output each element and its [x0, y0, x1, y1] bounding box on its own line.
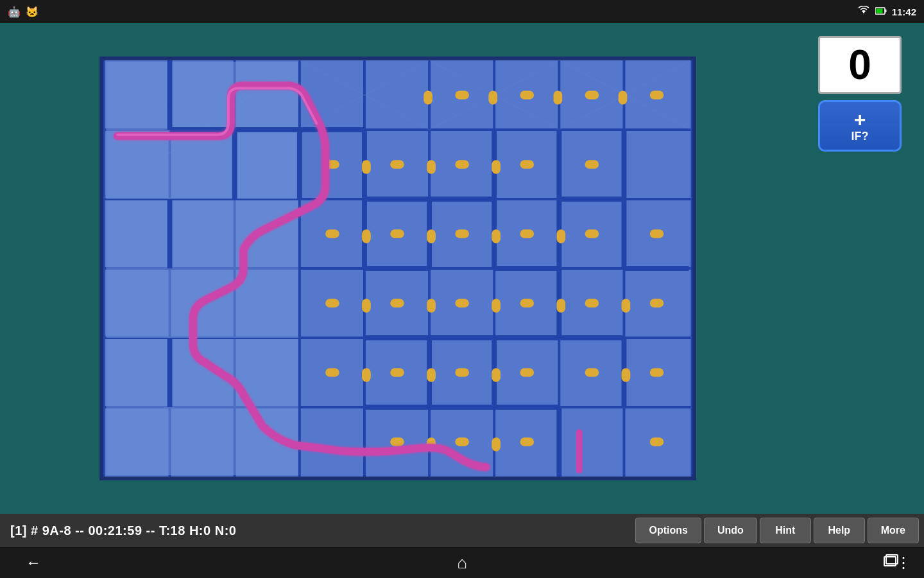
main-content: 0 + IF?: [0, 23, 924, 514]
if-label: IF?: [851, 130, 869, 143]
svg-rect-59: [650, 91, 664, 100]
svg-rect-96: [520, 368, 534, 377]
home-button[interactable]: ⌂: [457, 553, 467, 573]
svg-rect-47: [362, 130, 367, 268]
svg-rect-65: [390, 160, 404, 169]
right-panel: 0 + IF?: [796, 23, 924, 514]
svg-rect-74: [455, 229, 469, 238]
bottom-buttons: Options Undo Hint Help More: [635, 518, 924, 543]
more-button[interactable]: More: [868, 518, 919, 543]
svg-rect-100: [427, 368, 436, 382]
svg-rect-104: [455, 437, 469, 446]
svg-rect-77: [650, 229, 664, 238]
status-bar-left: 🤖 🐱: [8, 6, 38, 18]
help-button[interactable]: Help: [814, 518, 865, 543]
svg-rect-45: [232, 130, 237, 199]
svg-rect-73: [390, 229, 404, 238]
svg-rect-86: [585, 299, 599, 308]
svg-rect-97: [585, 368, 599, 377]
svg-rect-60: [424, 91, 432, 105]
svg-rect-105: [520, 437, 534, 446]
svg-rect-35: [559, 197, 624, 202]
svg-rect-43: [167, 199, 173, 268]
svg-rect-92: [622, 299, 631, 313]
svg-rect-76: [585, 229, 599, 238]
svg-rect-88: [362, 299, 371, 313]
svg-rect-71: [492, 160, 501, 174]
overflow-button[interactable]: ⋮: [896, 554, 911, 572]
svg-rect-103: [390, 437, 404, 446]
svg-rect-57: [520, 91, 534, 100]
battery-icon: [875, 6, 887, 17]
game-board[interactable]: [99, 57, 696, 480]
svg-rect-29: [235, 127, 300, 132]
svg-rect-2: [876, 8, 882, 13]
svg-rect-38: [429, 335, 494, 340]
svg-rect-82: [325, 299, 339, 308]
svg-rect-80: [492, 229, 501, 243]
android-icon: 🤖: [8, 6, 21, 18]
svg-rect-93: [325, 368, 339, 377]
svg-rect-79: [427, 229, 436, 243]
svg-rect-87: [650, 299, 664, 308]
svg-rect-108: [492, 437, 501, 451]
svg-rect-26: [106, 200, 298, 338]
svg-rect-102: [622, 368, 631, 382]
cat-icon: 🐱: [26, 6, 38, 18]
svg-rect-81: [556, 229, 565, 243]
svg-rect-40: [364, 405, 429, 410]
svg-rect-70: [427, 160, 436, 174]
if-button[interactable]: + IF?: [818, 100, 902, 152]
svg-rect-69: [362, 160, 371, 174]
if-plus-icon: +: [854, 109, 866, 130]
svg-rect-95: [455, 368, 469, 377]
svg-rect-89: [427, 299, 436, 313]
svg-rect-31: [364, 197, 429, 202]
svg-rect-63: [619, 91, 628, 105]
svg-rect-34: [494, 266, 559, 271]
options-button[interactable]: Options: [635, 518, 701, 543]
board-svg: [103, 60, 692, 477]
svg-rect-91: [556, 299, 565, 313]
svg-rect-62: [554, 91, 563, 105]
svg-rect-32: [364, 266, 429, 271]
svg-rect-67: [520, 160, 534, 169]
svg-rect-49: [492, 130, 497, 268]
svg-rect-90: [492, 299, 501, 313]
nav-bar: ← ⌂ ⋮: [0, 547, 924, 578]
svg-rect-36: [624, 266, 689, 271]
svg-rect-98: [650, 368, 664, 377]
back-button[interactable]: ←: [26, 554, 41, 572]
score-display: 0: [818, 36, 902, 94]
svg-rect-66: [455, 160, 469, 169]
game-info: [1] # 9A-8 -- 00:21:59 -- T:18 H:0 N:0: [0, 523, 635, 538]
hint-button[interactable]: Hint: [760, 518, 811, 543]
svg-rect-30: [300, 127, 364, 132]
svg-rect-44: [167, 338, 173, 407]
svg-rect-99: [362, 368, 371, 382]
game-area[interactable]: [0, 23, 796, 514]
bottom-bar: [1] # 9A-8 -- 00:21:59 -- T:18 H:0 N:0 O…: [0, 514, 924, 547]
svg-rect-58: [585, 91, 599, 100]
svg-rect-85: [520, 299, 534, 308]
svg-rect-61: [488, 91, 497, 105]
svg-rect-46: [297, 130, 302, 199]
svg-rect-54: [556, 407, 561, 477]
svg-rect-75: [520, 229, 534, 238]
status-bar-right: 11:42: [857, 6, 916, 18]
undo-button[interactable]: Undo: [704, 518, 757, 543]
svg-rect-72: [325, 229, 339, 238]
svg-rect-101: [492, 368, 501, 382]
svg-rect-1: [885, 9, 886, 12]
svg-rect-94: [390, 368, 404, 377]
svg-rect-68: [585, 160, 599, 169]
svg-rect-78: [362, 229, 371, 243]
svg-rect-56: [455, 91, 469, 100]
svg-rect-42: [167, 60, 173, 130]
svg-rect-84: [455, 299, 469, 308]
status-bar: 🤖 🐱 11:42: [0, 0, 924, 23]
score-value: 0: [848, 41, 871, 89]
svg-rect-51: [622, 130, 627, 268]
time-display: 11:42: [892, 6, 916, 17]
svg-rect-37: [364, 335, 429, 340]
